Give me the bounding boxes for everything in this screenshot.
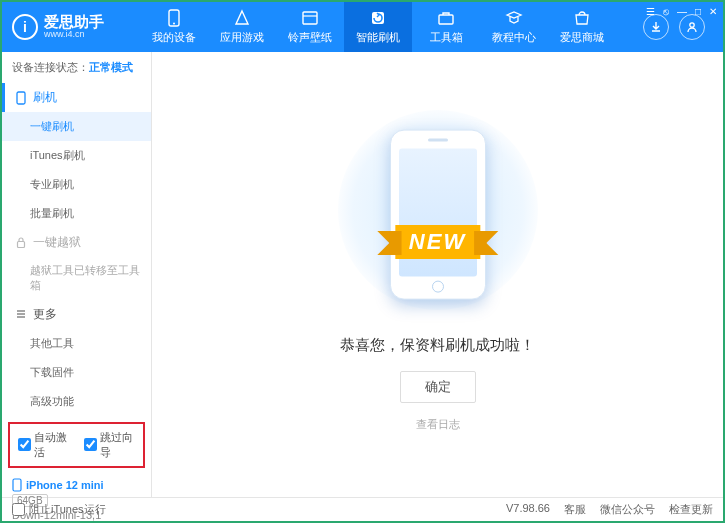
- sidebar-header-label: 刷机: [33, 89, 57, 106]
- nav-ringtones[interactable]: 铃声壁纸: [276, 2, 344, 52]
- nav-my-device[interactable]: 我的设备: [140, 2, 208, 52]
- nav-label: 教程中心: [492, 30, 536, 45]
- flash-icon: [369, 9, 387, 27]
- sidebar-header-flash[interactable]: 刷机: [2, 83, 151, 112]
- svg-rect-7: [18, 242, 25, 248]
- checkbox-auto-activate[interactable]: 自动激活: [18, 430, 70, 460]
- body: 设备连接状态：正常模式 刷机 一键刷机 iTunes刷机 专业刷机 批量刷机 一…: [2, 52, 723, 497]
- sidebar-item-batch-flash[interactable]: 批量刷机: [2, 199, 151, 228]
- conn-mode: 正常模式: [89, 61, 133, 73]
- nav-label: 我的设备: [152, 30, 196, 45]
- support-link[interactable]: 客服: [564, 502, 586, 517]
- store-icon: [573, 9, 591, 27]
- phone-small-icon: [15, 91, 27, 105]
- checkbox-input[interactable]: [18, 438, 31, 451]
- nav-label: 铃声壁纸: [288, 30, 332, 45]
- nav-toolbox[interactable]: 工具箱: [412, 2, 480, 52]
- checkbox-label: 跳过向导: [100, 430, 136, 460]
- sidebar-header-jailbreak[interactable]: 一键越狱: [2, 228, 151, 257]
- download-button[interactable]: [643, 14, 669, 40]
- app-logo: i 爱思助手 www.i4.cn: [12, 14, 140, 40]
- device-icon: [12, 478, 22, 492]
- nav-label: 工具箱: [430, 30, 463, 45]
- ribbon-text: NEW: [395, 225, 480, 259]
- svg-rect-4: [439, 15, 453, 24]
- checkbox-label: 自动激活: [34, 430, 70, 460]
- apps-icon: [233, 9, 251, 27]
- title-right: [643, 14, 705, 40]
- app-window: ☰ ⎋ — □ ✕ i 爱思助手 www.i4.cn 我的设备 应用游戏 铃声壁: [0, 0, 725, 523]
- logo-icon: i: [12, 14, 38, 40]
- svg-rect-6: [17, 92, 25, 104]
- pin-icon[interactable]: ⎋: [663, 6, 669, 17]
- app-subtitle: www.i4.cn: [44, 30, 104, 40]
- nav-label: 爱思商城: [560, 30, 604, 45]
- sidebar-item-other-tools[interactable]: 其他工具: [2, 329, 151, 358]
- nav-label: 应用游戏: [220, 30, 264, 45]
- main-content: NEW 恭喜您，保资料刷机成功啦！ 确定 查看日志: [152, 52, 723, 497]
- close-icon[interactable]: ✕: [709, 6, 717, 17]
- svg-point-1: [173, 23, 175, 25]
- minimize-icon[interactable]: —: [677, 6, 687, 17]
- list-icon: [15, 308, 27, 320]
- sidebar-item-pro-flash[interactable]: 专业刷机: [2, 170, 151, 199]
- sidebar-item-advanced[interactable]: 高级功能: [2, 387, 151, 416]
- titlebar: i 爱思助手 www.i4.cn 我的设备 应用游戏 铃声壁纸 智能刷机: [2, 2, 723, 52]
- sidebar-item-download-firmware[interactable]: 下载固件: [2, 358, 151, 387]
- checkbox-row: 自动激活 跳过向导: [8, 422, 145, 468]
- app-title: 爱思助手: [44, 14, 104, 31]
- checkbox-skip-guide[interactable]: 跳过向导: [84, 430, 136, 460]
- nav-label: 智能刷机: [356, 30, 400, 45]
- sidebar-item-oneclick-flash[interactable]: 一键刷机: [2, 112, 151, 141]
- view-log-link[interactable]: 查看日志: [416, 417, 460, 432]
- svg-rect-2: [303, 12, 317, 24]
- top-nav: 我的设备 应用游戏 铃声壁纸 智能刷机 工具箱 教程中心: [140, 2, 643, 52]
- version-label: V7.98.66: [506, 502, 550, 517]
- maximize-icon[interactable]: □: [695, 6, 701, 17]
- block-itunes-checkbox[interactable]: 阻止iTunes运行: [12, 502, 106, 517]
- account-button[interactable]: [679, 14, 705, 40]
- nav-smart-flash[interactable]: 智能刷机: [344, 2, 412, 52]
- new-ribbon: NEW: [395, 225, 480, 259]
- sidebar-header-label: 更多: [33, 306, 57, 323]
- tutorial-icon: [505, 9, 523, 27]
- phone-icon: [165, 9, 183, 27]
- ok-button[interactable]: 确定: [400, 371, 476, 403]
- checkbox-input[interactable]: [12, 503, 25, 516]
- conn-label: 设备连接状态：: [12, 61, 89, 73]
- sidebar-header-label: 一键越狱: [33, 234, 81, 251]
- success-illustration: NEW: [368, 118, 508, 318]
- toolbox-icon: [437, 9, 455, 27]
- device-name: iPhone 12 mini: [12, 478, 141, 492]
- lock-icon: [15, 236, 27, 249]
- check-update-link[interactable]: 检查更新: [669, 502, 713, 517]
- nav-store[interactable]: 爱思商城: [548, 2, 616, 52]
- checkbox-input[interactable]: [84, 438, 97, 451]
- nav-apps-games[interactable]: 应用游戏: [208, 2, 276, 52]
- success-message: 恭喜您，保资料刷机成功啦！: [340, 336, 535, 355]
- window-controls: ☰ ⎋ — □ ✕: [646, 6, 717, 17]
- svg-rect-8: [13, 479, 21, 491]
- jailbreak-note: 越狱工具已转移至工具箱: [2, 257, 151, 300]
- wechat-link[interactable]: 微信公众号: [600, 502, 655, 517]
- checkbox-label: 阻止iTunes运行: [29, 502, 106, 517]
- nav-tutorials[interactable]: 教程中心: [480, 2, 548, 52]
- sidebar: 设备连接状态：正常模式 刷机 一键刷机 iTunes刷机 专业刷机 批量刷机 一…: [2, 52, 152, 497]
- wallpaper-icon: [301, 9, 319, 27]
- sidebar-item-itunes-flash[interactable]: iTunes刷机: [2, 141, 151, 170]
- svg-point-5: [690, 23, 694, 27]
- menu-icon[interactable]: ☰: [646, 6, 655, 17]
- connection-status: 设备连接状态：正常模式: [2, 52, 151, 83]
- sidebar-header-more[interactable]: 更多: [2, 300, 151, 329]
